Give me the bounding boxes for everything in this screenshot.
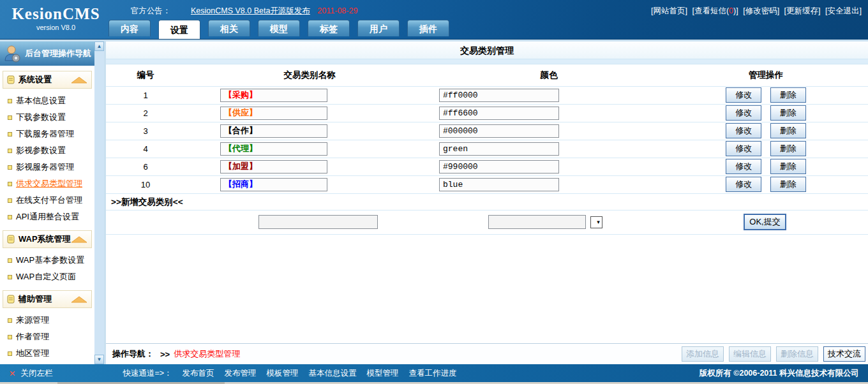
site-home-link[interactable]: [网站首页] [651,6,687,15]
modify-button[interactable]: 修改 [726,159,761,174]
modify-button[interactable]: 修改 [726,123,761,138]
modify-button[interactable]: 修改 [726,87,761,103]
sidebar-section-auxiliary[interactable]: 辅助管理 [3,290,92,308]
modify-button[interactable]: 修改 [726,105,761,121]
new-category-color-input[interactable] [488,215,586,229]
sidebar-item-video-server[interactable]: 影视服务器管理 [0,159,94,175]
category-name-input[interactable] [220,178,327,191]
sidebar-item-region[interactable]: 地区管理 [0,345,94,362]
announcement-link[interactable]: KesionCMS V8.0 Beta开源版发布 [191,6,310,15]
delete-info-button: 删除信息 [776,346,818,362]
col-header-actions: 管理操作 [664,64,868,86]
category-color-input[interactable] [439,160,559,174]
row-id: 6 [106,158,185,175]
change-password-link[interactable]: [修改密码] [743,6,779,15]
quick-link-template-manage[interactable]: 模板管理 [267,368,299,379]
tab-content[interactable]: 内容 [108,20,151,36]
bullet-icon [8,115,12,120]
sidebar-item-label: 在线支付平台管理 [16,195,82,206]
category-color-input[interactable] [439,142,559,156]
operation-nav-current-link[interactable]: 供求交易类型管理 [174,348,240,360]
app-logo: KesionCMS version V8.0 [0,5,112,31]
tech-exchange-button[interactable]: 技术交流 [823,346,865,362]
app-version: version V8.0 [0,24,112,31]
category-name-input[interactable] [220,107,327,120]
sidebar-item-wap-params[interactable]: WAP基本参数设置 [0,252,94,269]
color-picker-button[interactable]: ▾ [590,216,602,228]
sidebar-item-api-integration[interactable]: API通用整合设置 [0,209,94,225]
quick-link-publish-manage[interactable]: 发布管理 [225,368,257,379]
close-left-panel-button[interactable]: ✕ 关闭左栏 [9,368,52,379]
sidebar-item-label: 来源管理 [16,314,49,326]
delete-button[interactable]: 删除 [770,87,806,103]
sidebar-header: 后台管理操作导航 [0,41,94,66]
quick-link-basic-info[interactable]: 基本信息设置 [309,368,357,379]
category-name-input[interactable] [220,124,327,138]
sidebar-item-author[interactable]: 作者管理 [0,329,94,345]
table-row: 3 修改 删除 [106,122,868,140]
row-id: 10 [106,175,185,193]
delete-button[interactable]: 删除 [770,177,806,192]
sidebar-item-label: WAP自定义页面 [16,271,76,283]
tab-plugin[interactable]: 插件 [407,20,449,36]
bullet-icon [8,275,12,279]
sidebar-item-label: 作者管理 [16,331,49,343]
sms-link-post: )] [733,6,738,15]
category-color-input[interactable] [439,107,559,120]
bullet-icon [8,165,12,170]
sidebar-item-label: 基本信息设置 [16,95,66,107]
sidebar-item-trade-type[interactable]: 供求交易类型管理 [0,175,94,192]
delete-button[interactable]: 删除 [770,123,806,138]
sidebar-item-download-server[interactable]: 下载服务器管理 [0,126,94,142]
sidebar-section-system[interactable]: 系统设置 [3,71,92,89]
category-name-input[interactable] [220,160,327,174]
tab-user[interactable]: 用户 [357,20,400,36]
logout-link[interactable]: [安全退出] [825,6,862,15]
top-links: [网站首页] [查看短信(0)] [修改密码] [更新缓存] [安全退出] [648,6,862,17]
delete-button[interactable]: 删除 [770,141,806,156]
sidebar-item-download-params[interactable]: 下载参数设置 [0,109,94,126]
announcement-date: 2011-08-29 [317,6,357,15]
sidebar-item-video-params[interactable]: 影视参数设置 [0,142,94,159]
tab-settings[interactable]: 设置 [158,20,200,39]
sms-count: 0 [729,6,733,15]
category-color-input[interactable] [439,178,559,191]
sidebar-item-wap-custom-page[interactable]: WAP自定义页面 [0,269,94,285]
modify-button[interactable]: 修改 [726,141,761,156]
category-name-input[interactable] [220,142,327,156]
col-header-id: 编号 [106,64,185,86]
collapse-arrow-icon [71,236,87,243]
sidebar-item-source[interactable]: 来源管理 [0,312,94,329]
quick-link-model-manage[interactable]: 模型管理 [367,368,399,379]
sidebar-section-wap[interactable]: WAP系统管理 [3,230,92,248]
tab-label[interactable]: 标签 [308,20,350,36]
sidebar-item-payment-platform[interactable]: 在线支付平台管理 [0,192,94,209]
category-color-input[interactable] [439,124,559,138]
announcement-label: 官方公告： [131,6,171,15]
modify-button[interactable]: 修改 [726,177,761,192]
delete-button[interactable]: 删除 [770,159,806,174]
collapse-arrow-icon [71,77,87,84]
category-name-input[interactable] [220,89,327,102]
sidebar-menu-system: 基本信息设置 下载参数设置 下载服务器管理 影视参数设置 影视服务器管理 供求交… [0,92,94,225]
scrollbar-up-icon[interactable]: ▲ [94,41,104,51]
tab-model[interactable]: 模型 [258,20,300,36]
new-category-name-input[interactable] [258,215,378,229]
quick-link-work-progress[interactable]: 查看工作进度 [409,368,457,379]
update-cache-link[interactable]: [更新缓存] [784,6,821,15]
table-header-row: 编号 交易类别名称 颜色 管理操作 [106,64,868,86]
submit-button[interactable]: OK,提交 [744,214,786,230]
add-category-row: ▾ OK,提交 [106,210,868,235]
app-title: KesionCMS [0,5,112,23]
tab-related[interactable]: 相关 [208,20,250,36]
sidebar-scrollbar[interactable]: ▲ ▼ [94,41,104,364]
close-icon: ✕ [9,369,15,378]
bullet-icon [8,215,12,219]
sidebar-item-basic-info[interactable]: 基本信息设置 [0,92,94,109]
scrollbar-down-icon[interactable]: ▼ [94,355,104,364]
quick-link-publish-home[interactable]: 发布首页 [183,368,214,379]
category-color-input[interactable] [439,89,559,102]
delete-button[interactable]: 删除 [770,105,806,121]
sms-link[interactable]: [查看短信(0)] [692,6,738,15]
add-info-button: 添加信息 [682,346,724,362]
